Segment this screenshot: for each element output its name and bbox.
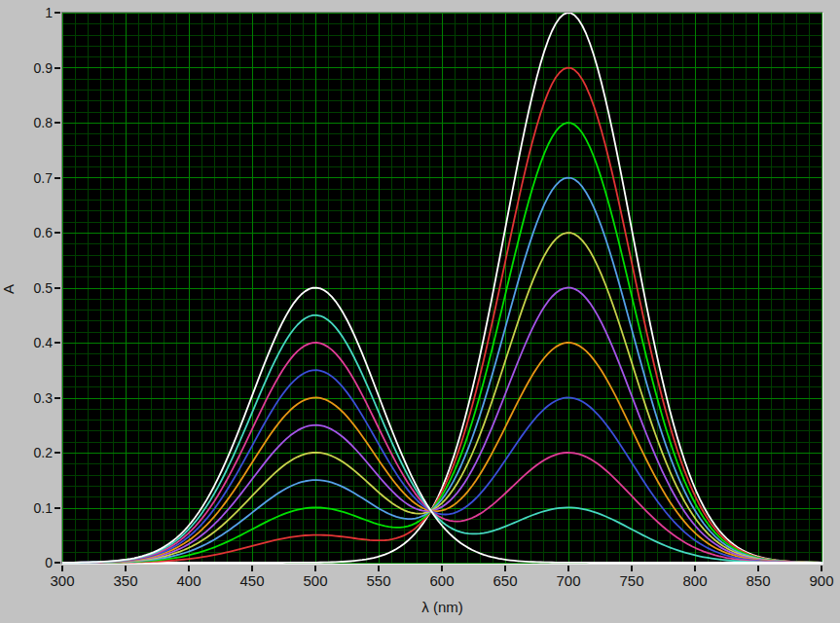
y-tick-mark xyxy=(55,177,60,179)
y-tick-mark xyxy=(55,452,60,454)
x-tick-mark xyxy=(504,566,506,571)
x-tick-label: 650 xyxy=(479,573,531,589)
x-tick-label: 700 xyxy=(542,573,595,589)
y-tick-label: 1 xyxy=(12,5,53,20)
x-tick-label: 600 xyxy=(416,573,468,589)
y-tick-mark xyxy=(55,342,60,344)
y-tick-label: 0.3 xyxy=(12,390,53,406)
plot-area xyxy=(62,13,822,564)
y-tick-mark xyxy=(55,122,60,124)
y-tick-label: 0.2 xyxy=(12,445,53,460)
x-tick-label: 400 xyxy=(163,573,215,589)
y-tick-label: 0.7 xyxy=(12,170,53,186)
x-tick-mark xyxy=(188,566,190,571)
y-tick-label: 0.4 xyxy=(12,335,53,350)
x-tick-mark xyxy=(251,566,253,571)
x-tick-mark xyxy=(378,566,380,571)
x-tick-label: 300 xyxy=(36,573,89,589)
x-tick-mark xyxy=(631,566,633,571)
x-tick-mark xyxy=(314,566,316,571)
x-tick-mark xyxy=(125,566,127,571)
x-tick-label: 450 xyxy=(226,573,278,589)
labview-front-panel: A 00.10.20.30.40.50.60.70.80.91 30035040… xyxy=(0,0,840,623)
y-tick-label: 0 xyxy=(12,555,53,570)
x-tick-label: 350 xyxy=(99,573,152,589)
y-tick-mark xyxy=(55,507,60,509)
x-tick-label: 500 xyxy=(289,573,342,589)
x-tick-mark xyxy=(694,566,696,571)
y-tick-label: 0.5 xyxy=(12,280,53,296)
y-tick-mark xyxy=(55,12,60,14)
plot-frame xyxy=(61,12,823,565)
y-tick-mark xyxy=(55,232,60,234)
x-tick-label: 750 xyxy=(605,573,658,589)
x-tick-label: 800 xyxy=(669,573,721,589)
y-tick-label: 0.6 xyxy=(12,225,53,240)
x-axis-label: λ (nm) xyxy=(62,599,822,615)
x-tick-label: 850 xyxy=(732,573,785,589)
x-tick-mark xyxy=(61,566,63,571)
y-tick-mark xyxy=(55,287,60,289)
y-tick-mark xyxy=(55,562,60,564)
y-tick-mark xyxy=(55,67,60,69)
x-tick-mark xyxy=(441,566,443,571)
x-tick-mark xyxy=(821,566,822,571)
x-tick-mark xyxy=(757,566,759,571)
y-tick-label: 0.8 xyxy=(12,115,53,130)
y-tick-label: 0.9 xyxy=(12,60,53,76)
x-tick-mark xyxy=(567,566,569,571)
y-tick-label: 0.1 xyxy=(12,500,53,516)
x-tick-label: 900 xyxy=(795,573,840,589)
x-tick-label: 550 xyxy=(352,573,405,589)
y-tick-mark xyxy=(55,397,60,399)
